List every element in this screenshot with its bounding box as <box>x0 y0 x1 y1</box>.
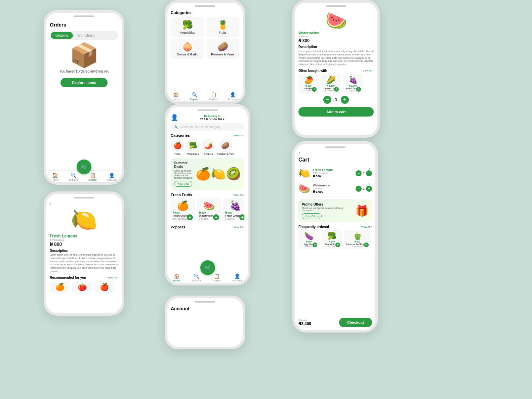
categories-view-all[interactable]: View All › <box>233 134 244 137</box>
nav-orders[interactable]: 📋Orders <box>88 173 96 181</box>
cat-potatoes[interactable]: 🥔 Potatoes & Yams <box>206 39 239 59</box>
phone-lemons: ‹ 🍋 Fresh Lemons 5 Pieces/Lot ₦ 800 Desc… <box>44 191 124 316</box>
remove-lemons-button[interactable]: ✕ <box>368 167 371 171</box>
categories-section-title: Categories <box>171 133 190 137</box>
nav-account[interactable]: 👤Account <box>107 173 117 181</box>
rec-item-1[interactable]: 🍊 <box>50 281 70 294</box>
delivery-address: 202 Ikorodu Rd ▾ <box>180 118 244 121</box>
rec-item-2[interactable]: 🍅 <box>72 281 92 294</box>
eggplant-card[interactable]: 🍆 ₦ 800 Egg Plant 2 Piece/Lot + <box>298 230 319 249</box>
checkout-bar: Subtotal ₦2,400 Checkout <box>295 315 375 330</box>
recommended-view-all[interactable]: View All › <box>107 276 118 279</box>
subtotal-value: ₦2,400 <box>298 321 311 326</box>
lemons-decrease[interactable]: − <box>356 170 362 176</box>
lemons-hero: 🍋 <box>50 207 118 232</box>
lemons-back-button[interactable]: ‹ <box>50 201 118 206</box>
ongoing-tab[interactable]: Ongoing <box>51 32 73 39</box>
add-broccoli[interactable]: + <box>335 242 340 247</box>
promo-title: Promo Offers <box>302 203 353 206</box>
broccoli-card[interactable]: 🥦 ₦ 240 Brocolli Rabe 1 Bunch + <box>321 230 342 249</box>
add-mangoes[interactable]: + <box>312 87 317 92</box>
cat-vegetables[interactable]: 🥦 Vegetables <box>171 17 204 37</box>
frequently-view-all[interactable]: View All › <box>361 225 372 228</box>
grapes-card[interactable]: 🍇 ₦ 800 Fresh Grapes 1 Bunch + <box>223 198 244 222</box>
cat-onions[interactable]: 🧅 Onions & Garlic <box>171 39 204 59</box>
cart-fab[interactable]: 🛒 <box>77 160 91 174</box>
completed-tab[interactable]: Completed <box>74 32 99 39</box>
fresh-fruits-view-all[interactable]: View All › <box>233 193 244 196</box>
often-bought-row: 🥭 ₦ 300 Mangoes 10 Piece/Lot + 🌽 ₦ 1,000… <box>298 74 374 94</box>
home-cat-veg[interactable]: 🥦 Vegetables <box>186 139 200 155</box>
peppers-section-header: Peppers View All › <box>171 225 244 229</box>
frequently-header: Frequently ordered View All › <box>298 225 372 229</box>
lemons-unit: 5 Pieces/Lot <box>50 238 118 241</box>
cat-fruits[interactable]: 🍍 Fruits <box>206 17 239 37</box>
empty-state: 📦 You haven't ordered anything yet Explo… <box>50 43 118 87</box>
cart-back-button[interactable]: ‹ <box>298 150 372 156</box>
rec-item-3[interactable]: 🍎 <box>94 281 114 294</box>
add-corn[interactable]: + <box>334 87 339 92</box>
phone-orders: Orders Ongoing Completed 📦 You haven't o… <box>44 10 124 185</box>
add-fresh-grape[interactable]: + <box>356 87 361 92</box>
home-cat-fruits-label: Fruits <box>174 153 180 155</box>
nav-home[interactable]: 🏠Home <box>51 173 58 181</box>
watermelon-decrease[interactable]: − <box>356 186 362 192</box>
fruits-emoji: 🍍 <box>209 20 237 30</box>
onions-emoji: 🧅 <box>173 42 201 52</box>
view-deal-button[interactable]: View Deal <box>174 181 192 187</box>
oranges-emoji: 🍊 <box>173 200 193 211</box>
peppers-card[interactable]: 🫑 ₦ 400 Rainbow Bell Peppers 5 Pieces/Lo… <box>344 230 371 249</box>
orders-title: Orders <box>50 22 118 28</box>
home-cat-peppers[interactable]: 🌶️ Peppers <box>202 139 215 155</box>
mangoes-card[interactable]: 🥭 ₦ 300 Mangoes 10 Piece/Lot + <box>298 74 319 94</box>
explore-items-button[interactable]: Explore items <box>60 78 108 87</box>
quantity-control: − 1 + <box>298 96 374 104</box>
often-view-all[interactable]: View All › <box>363 69 374 72</box>
fresh-fruits-title: Fresh Fruits <box>171 193 192 197</box>
categories-title: Categories <box>171 10 239 15</box>
home-cat-fruits[interactable]: 🍎 Fruits <box>171 139 184 155</box>
search-placeholder: Search for an item or category <box>180 125 220 129</box>
search-bar[interactable]: 🔍 Search for an item or category <box>171 123 244 131</box>
remove-watermelon-button[interactable]: ✕ <box>368 182 371 186</box>
add-watermelon-button[interactable]: + <box>213 214 219 220</box>
subtotal-section: Subtotal ₦2,400 <box>298 319 311 326</box>
qty-value: 1 <box>335 97 337 102</box>
view-offers-button[interactable]: View Offers <box>302 213 322 219</box>
qty-increase[interactable]: + <box>341 96 349 104</box>
product-name: Watermelon <box>298 31 374 35</box>
nav-explore-2[interactable]: 🔍Explore <box>190 92 199 101</box>
lemons-increase[interactable]: + <box>366 170 372 176</box>
lemons-name: Fresh Lemons <box>50 234 118 238</box>
home-cart-fab[interactable]: 🛒 <box>200 260 215 275</box>
peppers-view-all[interactable]: View All › <box>233 226 244 229</box>
add-oranges-button[interactable]: + <box>187 214 193 220</box>
nav-explore[interactable]: 🔍Explore <box>69 173 78 181</box>
add-eggplant[interactable]: + <box>313 242 317 247</box>
nav-home-3[interactable]: 🏠Home <box>173 273 180 282</box>
nav-account-2[interactable]: 👤Account <box>228 92 238 101</box>
nav-account-3[interactable]: 👤Account <box>232 273 242 282</box>
product-hero-image: 🍉 <box>298 10 374 31</box>
add-grapes-button[interactable]: + <box>239 214 244 220</box>
nav-orders-3[interactable]: 📋Orders <box>212 273 220 282</box>
orders-toggle: Ongoing Completed <box>50 31 118 40</box>
watermelon-increase[interactable]: + <box>366 186 372 192</box>
phone-account: Account <box>165 296 245 349</box>
summer-deals-title: Summer Deals <box>174 161 193 169</box>
add-to-cart-button[interactable]: Add to cart <box>298 107 374 117</box>
qty-decrease[interactable]: − <box>323 96 331 104</box>
watermelon-card[interactable]: 🍉 ₦ 800 Watermelon 1 Piece + <box>197 198 221 222</box>
nav-orders-2[interactable]: 📋Orders <box>209 92 217 101</box>
often-bought-title: Often bought with <box>298 69 327 73</box>
fresh-grape-card[interactable]: 🍇 ₦ 1,200 Fresh Grape 1 Bunch + <box>343 74 363 94</box>
nav-explore-3[interactable]: 🔍Explore <box>192 273 201 282</box>
corn-card[interactable]: 🌽 ₦ 1,000 Sweet Corn 5 Pieces/Lot + <box>321 74 341 94</box>
add-peppers[interactable]: + <box>364 242 369 247</box>
checkout-button[interactable]: Checkout <box>339 318 372 327</box>
fresh-oranges-card[interactable]: 🍊 ₦ 800 Fresh Oranges 10 Pieces/Lot + <box>171 198 195 222</box>
promo-offers-banner: Promo Offers Check out our special custo… <box>298 199 372 222</box>
nav-home-2[interactable]: 🏠Home <box>172 92 179 101</box>
home-cat-potatoes[interactable]: 🥔 Potatoes & Yam <box>217 139 234 155</box>
subtotal-label: Subtotal <box>298 319 311 321</box>
